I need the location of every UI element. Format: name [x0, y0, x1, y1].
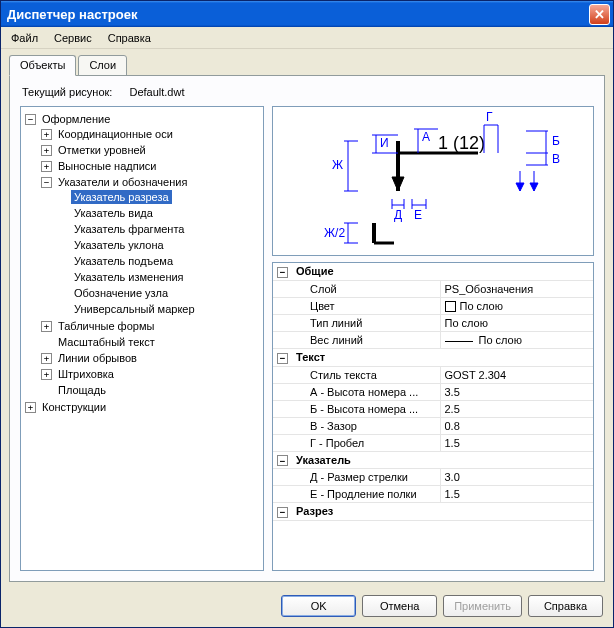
collapse-icon[interactable]: − — [277, 455, 288, 466]
tree-node[interactable]: Линии обрывов — [55, 351, 140, 365]
menu-file[interactable]: Файл — [5, 30, 44, 46]
tabstrip: Объекты Слои — [9, 55, 613, 76]
cancel-button[interactable]: Отмена — [362, 595, 437, 617]
window-title: Диспетчер настроек — [7, 7, 589, 22]
svg-marker-40 — [516, 183, 524, 191]
svg-text:1 (12): 1 (12) — [438, 133, 485, 153]
preview-svg: 1 (12) И А Г Б — [288, 111, 578, 251]
prop-value[interactable]: PS_Обозначения — [440, 280, 593, 297]
prop-key: Е - Продление полки — [292, 486, 440, 503]
expand-icon[interactable]: − — [41, 177, 52, 188]
prop-value[interactable]: По слою — [440, 332, 593, 349]
prop-value[interactable]: По слою — [440, 297, 593, 315]
svg-text:Ж/2: Ж/2 — [324, 226, 345, 240]
svg-text:Б: Б — [552, 134, 560, 148]
property-scroll[interactable]: −Общие СлойPS_Обозначения ЦветПо слою Ти… — [273, 263, 593, 570]
svg-text:В: В — [552, 152, 560, 166]
expand-icon[interactable]: − — [25, 114, 36, 125]
expand-icon[interactable]: + — [41, 145, 52, 156]
group-section: Разрез — [292, 503, 593, 521]
window-root: Диспетчер настроек ✕ Файл Сервис Справка… — [0, 0, 614, 628]
expand-icon[interactable]: + — [41, 129, 52, 140]
tree-node[interactable]: Штриховка — [55, 367, 117, 381]
prop-key: Г - Пробел — [292, 434, 440, 451]
tree-node[interactable]: Указатель подъема — [71, 254, 176, 268]
prop-key: Тип линий — [292, 315, 440, 332]
help-button[interactable]: Справка — [528, 595, 603, 617]
tree-node[interactable]: Площадь — [55, 383, 109, 397]
button-bar: OK Отмена Применить Справка — [1, 589, 613, 627]
tab-panel: Текущий рисунок: Default.dwt −Оформление… — [9, 75, 605, 582]
expand-icon[interactable]: + — [41, 353, 52, 364]
close-button[interactable]: ✕ — [589, 4, 610, 25]
line-sample-icon — [445, 341, 473, 342]
tree-node[interactable]: Указатель уклона — [71, 238, 167, 252]
prop-key: Слой — [292, 280, 440, 297]
prop-key: Б - Высота номера ... — [292, 400, 440, 417]
expand-icon[interactable]: + — [41, 321, 52, 332]
prop-key: А - Высота номера ... — [292, 383, 440, 400]
current-drawing-label: Текущий рисунок: — [22, 86, 112, 98]
preview-pane: 1 (12) И А Г Б — [272, 106, 594, 256]
expand-icon[interactable]: + — [25, 402, 36, 413]
tree-node[interactable]: Указатель вида — [71, 206, 156, 220]
prop-key: В - Зазор — [292, 417, 440, 434]
prop-value[interactable]: 3.5 — [440, 383, 593, 400]
tree-node[interactable]: Универсальный маркер — [71, 302, 198, 316]
prop-value[interactable]: 1.5 — [440, 486, 593, 503]
tree-node[interactable]: Указатели и обозначения — [55, 175, 190, 189]
property-grid: −Общие СлойPS_Обозначения ЦветПо слою Ти… — [272, 262, 594, 571]
svg-marker-42 — [530, 183, 538, 191]
close-icon: ✕ — [594, 7, 605, 22]
tab-objects[interactable]: Объекты — [9, 55, 76, 76]
tree-node[interactable]: Отметки уровней — [55, 143, 149, 157]
tab-layers[interactable]: Слои — [78, 55, 127, 76]
svg-text:Е: Е — [414, 208, 422, 222]
group-general: Общие — [292, 263, 593, 280]
tree-view[interactable]: −Оформление +Координационные оси +Отметк… — [20, 106, 264, 571]
svg-text:А: А — [422, 130, 430, 144]
prop-key: Д - Размер стрелки — [292, 469, 440, 486]
menu-help[interactable]: Справка — [102, 30, 157, 46]
prop-value[interactable]: 0.8 — [440, 417, 593, 434]
prop-value[interactable]: По слою — [440, 315, 593, 332]
tree-node[interactable]: Координационные оси — [55, 127, 176, 141]
svg-text:Ж: Ж — [332, 158, 343, 172]
ok-button[interactable]: OK — [281, 595, 356, 617]
tree-node[interactable]: Конструкции — [39, 400, 109, 414]
group-pointer: Указатель — [292, 451, 593, 469]
prop-key: Цвет — [292, 297, 440, 315]
right-column: 1 (12) И А Г Б — [272, 106, 594, 571]
current-drawing-value: Default.dwt — [129, 86, 184, 98]
tree-node[interactable]: Указатель фрагмента — [71, 222, 187, 236]
tree-node[interactable]: Выносные надписи — [55, 159, 159, 173]
titlebar: Диспетчер настроек ✕ — [1, 1, 613, 27]
collapse-icon[interactable]: − — [277, 267, 288, 278]
content-area: −Оформление +Координационные оси +Отметк… — [20, 106, 594, 571]
tree-node[interactable]: Указатель изменения — [71, 270, 187, 284]
checkbox-icon — [445, 301, 456, 312]
svg-text:И: И — [380, 136, 389, 150]
group-text: Текст — [292, 349, 593, 367]
svg-marker-2 — [392, 177, 404, 191]
prop-value[interactable]: 1.5 — [440, 434, 593, 451]
apply-button[interactable]: Применить — [443, 595, 522, 617]
tree-node-selected[interactable]: Указатель разреза — [71, 190, 172, 204]
expand-icon[interactable]: + — [41, 161, 52, 172]
collapse-icon[interactable]: − — [277, 507, 288, 518]
tree-node[interactable]: Оформление — [39, 112, 113, 126]
prop-value[interactable]: 2.5 — [440, 400, 593, 417]
collapse-icon[interactable]: − — [277, 353, 288, 364]
prop-value[interactable]: GOST 2.304 — [440, 366, 593, 383]
svg-text:Д: Д — [394, 208, 402, 222]
menu-service[interactable]: Сервис — [48, 30, 98, 46]
current-drawing-row: Текущий рисунок: Default.dwt — [22, 86, 594, 98]
expand-icon[interactable]: + — [41, 369, 52, 380]
menubar: Файл Сервис Справка — [1, 27, 613, 49]
prop-key: Вес линий — [292, 332, 440, 349]
tree-node[interactable]: Масштабный текст — [55, 335, 158, 349]
tree-node[interactable]: Табличные формы — [55, 319, 157, 333]
prop-value[interactable]: 3.0 — [440, 469, 593, 486]
prop-key: Стиль текста — [292, 366, 440, 383]
tree-node[interactable]: Обозначение узла — [71, 286, 171, 300]
